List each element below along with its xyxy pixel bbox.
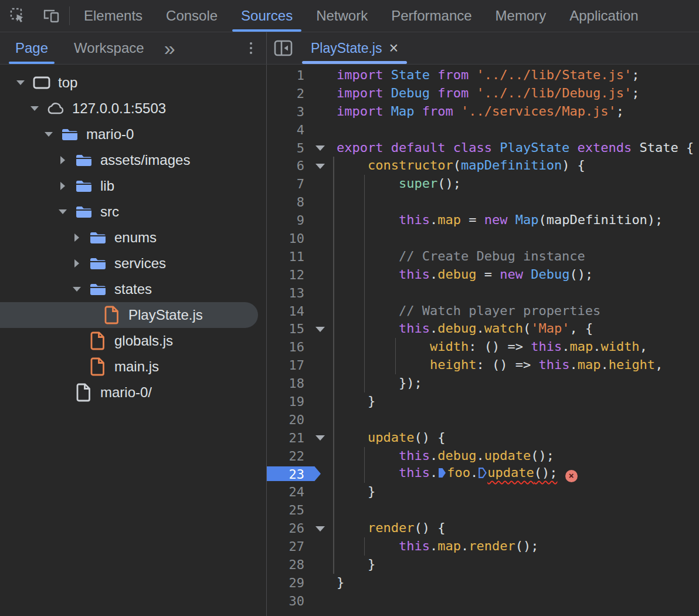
line-number[interactable]: 26 xyxy=(267,521,304,536)
tree-item-assets-images[interactable]: assets/images xyxy=(0,147,258,173)
caret-down-icon[interactable] xyxy=(58,209,67,214)
line-number[interactable]: 25 xyxy=(267,503,304,517)
device-toolbar-icon[interactable] xyxy=(41,6,61,26)
line-number[interactable]: 6 xyxy=(267,158,304,173)
tab-console[interactable]: Console xyxy=(154,0,229,32)
error-icon[interactable]: × xyxy=(565,470,578,482)
tree-item-states[interactable]: states xyxy=(0,276,258,302)
code-text[interactable]: import Debug from '../../lib/Debug.js'; xyxy=(337,84,640,103)
line-number[interactable]: 14 xyxy=(267,304,304,319)
code-text[interactable]: constructor(mapDefinition) { xyxy=(337,157,585,175)
line-number-gutter[interactable]: 21 xyxy=(267,429,316,447)
caret-right-icon[interactable] xyxy=(58,182,67,190)
tree-item-enums[interactable]: enums xyxy=(0,225,258,251)
code-text[interactable]: }); xyxy=(337,374,422,392)
line-number[interactable]: 28 xyxy=(267,557,304,572)
code-text[interactable]: } xyxy=(337,574,344,592)
tab-performance[interactable]: Performance xyxy=(379,0,483,32)
tree-item-lib[interactable]: lib xyxy=(0,173,258,199)
code-text[interactable] xyxy=(337,411,368,429)
line-number-gutter[interactable]: 24 xyxy=(267,483,316,501)
line-number[interactable]: 30 xyxy=(267,594,304,608)
line-number-gutter[interactable]: 5 xyxy=(267,139,316,157)
line-number[interactable]: 11 xyxy=(267,249,304,264)
code-text[interactable]: } xyxy=(337,392,375,411)
line-number-gutter[interactable]: 23 xyxy=(267,465,316,483)
line-number[interactable]: 7 xyxy=(267,177,304,191)
code-text[interactable]: this.foo.update(); × xyxy=(337,464,578,484)
caret-right-icon[interactable] xyxy=(72,233,82,242)
code-text[interactable]: update() { xyxy=(337,429,445,447)
code-text[interactable]: import State from '../../lib/State.js'; xyxy=(337,66,640,84)
line-number[interactable]: 22 xyxy=(267,449,304,463)
line-number-gutter[interactable]: 15 xyxy=(267,320,316,338)
code-text[interactable]: this.debug = new Debug(); xyxy=(337,266,593,284)
line-number-gutter[interactable]: 25 xyxy=(267,501,316,519)
caret-right-icon[interactable] xyxy=(72,259,82,268)
caret-down-icon[interactable] xyxy=(44,132,53,137)
fold-arrow-icon[interactable] xyxy=(315,164,325,169)
line-number[interactable]: 15 xyxy=(267,321,304,336)
code-text[interactable] xyxy=(337,229,399,248)
line-number-gutter[interactable]: 3 xyxy=(267,103,316,121)
line-number[interactable]: 3 xyxy=(267,104,304,119)
fold-arrow-icon[interactable] xyxy=(315,526,325,532)
fold-arrow-icon[interactable] xyxy=(315,327,325,332)
tree-item-src[interactable]: src xyxy=(0,199,258,225)
line-number-gutter[interactable]: 16 xyxy=(267,338,316,356)
line-number-gutter[interactable]: 1 xyxy=(267,66,316,84)
navigator-tab-workspace[interactable]: Workspace xyxy=(65,32,154,64)
code-text[interactable]: this.map = new Map(mapDefinition); xyxy=(337,211,663,229)
code-text[interactable]: export default class PlayState extends S… xyxy=(337,139,694,157)
fold-arrow-icon[interactable] xyxy=(315,435,325,441)
line-number[interactable]: 12 xyxy=(267,268,304,282)
tree-item-main-js[interactable]: main.js xyxy=(0,354,258,380)
line-number[interactable]: 16 xyxy=(267,340,304,354)
tab-sources[interactable]: Sources xyxy=(229,0,304,32)
line-number-gutter[interactable]: 14 xyxy=(267,302,316,320)
code-text[interactable]: } xyxy=(337,483,375,501)
line-number[interactable]: 20 xyxy=(267,412,304,427)
line-number-gutter[interactable]: 29 xyxy=(267,574,316,592)
line-number[interactable]: 23 xyxy=(267,467,304,482)
code-text[interactable]: // Watch player properties xyxy=(337,302,600,320)
tab-elements[interactable]: Elements xyxy=(72,0,154,32)
inline-breakpoint-marker[interactable] xyxy=(438,466,446,484)
tab-memory[interactable]: Memory xyxy=(484,0,558,32)
line-number[interactable]: 19 xyxy=(267,394,304,409)
line-number[interactable]: 5 xyxy=(267,141,304,155)
code-text[interactable]: super(); xyxy=(337,175,461,193)
line-number-gutter[interactable]: 22 xyxy=(267,447,316,465)
code-text[interactable]: render() { xyxy=(337,519,445,537)
code-text[interactable]: this.debug.update(); xyxy=(337,447,554,465)
code-text[interactable] xyxy=(337,501,368,519)
tab-network[interactable]: Network xyxy=(304,0,379,32)
tree-item-top[interactable]: top xyxy=(0,70,258,96)
inline-breakpoint-candidate-icon[interactable] xyxy=(479,466,487,484)
tree-item-127-0-0-1-5503[interactable]: 127.0.0.1:5503 xyxy=(0,96,258,121)
line-number-gutter[interactable]: 8 xyxy=(267,193,316,211)
file-tab-playstate-js[interactable]: PlayState.js× xyxy=(300,32,409,64)
line-number-gutter[interactable]: 18 xyxy=(267,374,316,392)
line-number-gutter[interactable]: 27 xyxy=(267,537,316,556)
line-number[interactable]: 9 xyxy=(267,213,304,228)
line-number-gutter[interactable]: 13 xyxy=(267,284,316,302)
menu-kebab-icon[interactable] xyxy=(250,32,252,64)
more-tabs-icon[interactable]: » xyxy=(161,32,179,64)
line-number[interactable]: 10 xyxy=(267,231,304,246)
line-number[interactable]: 18 xyxy=(267,376,304,391)
tree-item-services[interactable]: services xyxy=(0,251,258,276)
navigator-tab-page[interactable]: Page xyxy=(6,32,57,64)
caret-down-icon[interactable] xyxy=(30,106,39,111)
line-number-gutter[interactable]: 4 xyxy=(267,121,316,139)
line-number-gutter[interactable]: 17 xyxy=(267,356,316,374)
line-number-gutter[interactable]: 20 xyxy=(267,411,316,429)
line-number[interactable]: 27 xyxy=(267,539,304,554)
code-text[interactable]: import Map from '../services/Map.js'; xyxy=(337,103,624,121)
code-text[interactable]: this.debug.watch('Map', { xyxy=(337,320,593,338)
line-number[interactable]: 17 xyxy=(267,358,304,373)
line-number-gutter[interactable]: 10 xyxy=(267,229,316,248)
line-number-gutter[interactable]: 7 xyxy=(267,175,316,193)
tree-item-playstate-js[interactable]: PlayState.js xyxy=(0,302,258,328)
code-text[interactable]: // Create Debug instance xyxy=(337,248,585,266)
